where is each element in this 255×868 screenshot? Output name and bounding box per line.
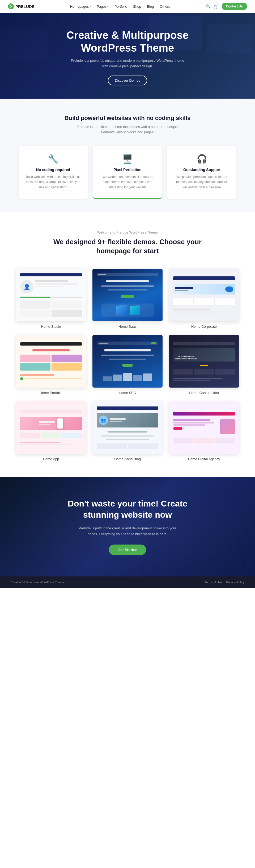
- demo-item-saas[interactable]: Home Saas: [93, 269, 162, 329]
- tools-icon: 🔧: [25, 154, 81, 164]
- feature-card-perfection: 🖥️ Pixel Perfection We worked on even sm…: [93, 146, 162, 199]
- demo-label-seo: Home SEO: [93, 391, 162, 395]
- nav-links: Homepages ▾ Pages ▾ Portfolio Shop Blog …: [70, 4, 170, 8]
- hero-section: Creative & Multipurpose WordPress Theme …: [0, 13, 255, 99]
- footer-links: Terms of Use Privacy Policy: [205, 581, 244, 584]
- feature-title-coding: No coding required: [25, 167, 81, 172]
- feature-desc-coding: Build websites with no coding skills, al…: [25, 175, 81, 190]
- feature-title-perfection: Pixel Perfection: [99, 167, 156, 172]
- feature-desc-perfection: We worked on even small details to make …: [99, 175, 156, 190]
- footer: Creative Multipurpose WordPress Theme Te…: [0, 577, 255, 588]
- feature-title-support: Outstanding Support: [174, 167, 230, 172]
- demo-thumb-studio: 👤: [16, 269, 86, 321]
- demo-item-consulting[interactable]: 👥 Home Consulting: [93, 401, 162, 461]
- demo-label-app: Home App: [16, 457, 86, 461]
- demos-grid: 👤: [16, 269, 239, 461]
- chevron-icon: ▾: [107, 5, 109, 8]
- demo-item-digital[interactable]: Home Digital Agency: [169, 401, 239, 461]
- feature-card-support: 🎧 Outstanding Support We provide premium…: [167, 146, 236, 199]
- demo-item-studio[interactable]: 👤: [16, 269, 86, 329]
- demo-thumb-saas: [93, 269, 162, 321]
- demo-thumb-portfolio: [16, 335, 86, 388]
- footer-terms[interactable]: Terms of Use: [205, 581, 222, 584]
- cta-section: Don't waste your time! Create stunning w…: [0, 477, 255, 576]
- nav-icons: 🔍 🛒: [206, 4, 218, 8]
- search-icon[interactable]: 🔍: [206, 4, 210, 8]
- hero-subtitle: Prelude is a powerful, unique and modern…: [69, 58, 186, 69]
- nav-pages[interactable]: Pages ▾: [97, 4, 109, 8]
- nav-shop[interactable]: Shop: [133, 4, 141, 8]
- nav-others[interactable]: Others: [160, 4, 170, 8]
- demo-label-portfolio: Home Portfolio: [16, 391, 86, 395]
- hero-title: Creative & Multipurpose WordPress Theme: [66, 29, 189, 54]
- demos-welcome: Welcome to Prelude WordPress Theme: [16, 230, 239, 235]
- cta-button[interactable]: Get Started: [109, 545, 146, 555]
- demo-label-consulting: Home Consulting: [93, 457, 162, 461]
- navbar: PRELUDE Homepages ▾ Pages ▾ Portfolio Sh…: [0, 0, 255, 13]
- demo-item-construction[interactable]: We understand theimportance of innovatio…: [169, 335, 239, 395]
- demo-item-app[interactable]: Home App: [16, 401, 86, 461]
- demo-item-portfolio[interactable]: Home Portfolio: [16, 335, 86, 395]
- features-title: Build powerful websites with no coding s…: [16, 115, 239, 122]
- cart-icon[interactable]: 🛒: [214, 4, 218, 8]
- demo-item-seo[interactable]: Home SEO: [93, 335, 162, 395]
- features-section: Build powerful websites with no coding s…: [0, 99, 255, 212]
- demo-thumb-digital: [169, 401, 239, 454]
- chevron-icon: ▾: [89, 5, 91, 8]
- demo-thumb-seo: [93, 335, 162, 388]
- feature-desc-support: We provide premium support for our theme…: [174, 175, 230, 190]
- demo-thumb-app: [16, 401, 86, 454]
- cta-title: Don't waste your time! Create stunning w…: [16, 498, 239, 520]
- footer-copyright: Creative Multipurpose WordPress Theme: [11, 581, 64, 584]
- nav-homepages[interactable]: Homepages ▾: [70, 4, 91, 8]
- demo-label-construction: Home Construction: [169, 391, 239, 395]
- features-subtitle: Prelude is the ultimate theme that comes…: [77, 124, 178, 135]
- logo-text: PRELUDE: [15, 4, 35, 9]
- demo-label-saas: Home Saas: [93, 324, 162, 329]
- feature-card-coding: 🔧 No coding required Build websites with…: [19, 146, 88, 199]
- demos-title: We designed 9+ flexible demos. Choose yo…: [16, 238, 239, 256]
- demos-section: Welcome to Prelude WordPress Theme We de…: [0, 212, 255, 477]
- monitor-icon: 🖥️: [99, 154, 156, 164]
- demo-thumb-construction: We understand theimportance of innovatio…: [169, 335, 239, 388]
- demo-item-corporate[interactable]: Home Corporate: [169, 269, 239, 329]
- demo-thumb-consulting: 👥: [93, 401, 162, 454]
- features-cards: 🔧 No coding required Build websites with…: [16, 146, 239, 199]
- nav-portfolio[interactable]: Portfolio: [114, 4, 127, 8]
- demo-label-corporate: Home Corporate: [169, 324, 239, 329]
- logo-icon: [8, 3, 14, 9]
- demo-thumb-corporate: [169, 269, 239, 321]
- footer-privacy[interactable]: Privacy Policy: [226, 581, 244, 584]
- demo-label-digital: Home Digital Agency: [169, 457, 239, 461]
- cta-subtitle: Prelude is putting the creative and deve…: [77, 525, 178, 537]
- nav-actions: 🔍 🛒 Contact Us: [206, 3, 247, 10]
- demo-label-studio: Home Studio: [16, 324, 86, 329]
- logo[interactable]: PRELUDE: [8, 3, 35, 9]
- hero-cta-button[interactable]: Discover Demos: [108, 75, 147, 85]
- contact-button[interactable]: Contact Us: [222, 3, 247, 10]
- nav-blog[interactable]: Blog: [147, 4, 154, 8]
- support-icon: 🎧: [174, 154, 230, 164]
